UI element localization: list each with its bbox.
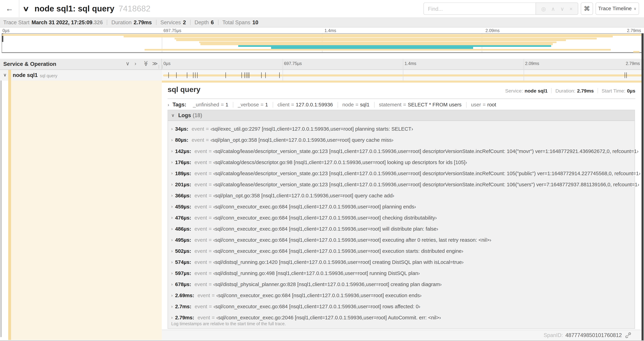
detail-left-column	[11, 81, 162, 340]
span-id-footer: SpanID: 4877749850101760812	[162, 330, 641, 340]
timeline-gridline	[403, 59, 403, 81]
detail-meta-label: Service:	[505, 88, 523, 94]
span-expander-icon[interactable]: ∨	[3, 72, 6, 78]
log-value: ‹sql/plan_opt.go:358 [nsql1,client=127.0…	[210, 137, 394, 143]
chevron-right-icon: ›	[171, 282, 172, 286]
timeline-gridline	[524, 59, 524, 81]
log-equals: =	[208, 181, 212, 187]
chevron-right-icon: ›	[171, 127, 172, 131]
log-equals: =	[208, 226, 212, 232]
log-value: ‹sql/distsql_physical_planner.go:828 [ns…	[213, 281, 442, 287]
chevron-right-icon: ›	[171, 204, 172, 209]
log-key: event	[194, 181, 207, 187]
log-entry-row[interactable]: ›201µs:event=‹sql/catalog/lease/descript…	[168, 179, 634, 190]
back-button[interactable]: ←	[0, 0, 20, 17]
collapse-one-icon[interactable]: ∨	[126, 61, 130, 66]
span-row-name-cell[interactable]: ∨ node sql1 sql query	[0, 70, 162, 81]
expand-one-icon[interactable]: ›	[134, 61, 136, 66]
log-equals: =	[208, 215, 212, 221]
tag-value: 1	[226, 102, 228, 107]
log-value: ‹sql/catalog/lease/descriptor_version_st…	[213, 170, 640, 176]
expand-all-icon[interactable]: ≫	[152, 61, 158, 66]
chevron-right-icon: ›	[171, 171, 172, 176]
log-marker-tick	[261, 72, 262, 78]
tag-value: 1	[265, 102, 268, 107]
log-timestamp: 486µs:	[175, 226, 191, 232]
log-entry-row[interactable]: ›495µs:event=‹sql/conn_executor_exec.go:…	[168, 234, 634, 245]
log-marker-tick	[193, 72, 193, 78]
log-key: event	[194, 248, 207, 254]
tag-item: user=root	[471, 102, 496, 107]
timeline-gridline	[282, 59, 283, 81]
locate-icon[interactable]: ◎	[541, 6, 546, 11]
chevron-down-icon: ∨	[634, 7, 636, 11]
tags-label[interactable]: Tags:	[172, 102, 186, 108]
log-entry-row[interactable]: ›574µs:event=‹sql/distsql_running.go:142…	[168, 256, 634, 267]
collapse-trace-header-button[interactable]: ∨	[23, 0, 28, 17]
log-marker-tick	[197, 72, 198, 78]
log-value: ‹sql/distsql_running.go:498 [nsql1,clien…	[213, 270, 420, 276]
prev-result-icon[interactable]: ∧	[551, 6, 555, 11]
search-input[interactable]	[424, 3, 536, 15]
log-key: event	[194, 259, 207, 265]
chevron-right-icon: ›	[171, 249, 172, 253]
trace-minimap[interactable]	[2, 33, 642, 53]
detail-meta-value: 2.79ms	[577, 88, 594, 94]
log-equals: =	[208, 170, 212, 176]
keyboard-shortcuts-button[interactable]: ⌘	[581, 3, 593, 15]
log-entry-row[interactable]: ›142µs:event=‹sql/catalog/lease/descript…	[168, 146, 634, 157]
tag-equals: =	[221, 102, 224, 107]
log-key: event	[192, 126, 204, 132]
column-resize-grip[interactable]: ❘❘	[157, 65, 164, 69]
log-equals: =	[212, 315, 215, 320]
tag-equals: =	[291, 102, 294, 107]
log-entry-row[interactable]: ›476µs:event=‹sql/conn_executor_exec.go:…	[168, 212, 634, 223]
log-entry-row[interactable]: ›366µs:event=‹sql/plan_opt.go:358 [nsql1…	[168, 190, 634, 201]
trace-title: node sql1: sql query 7418682	[34, 0, 150, 17]
clear-icon[interactable]: ×	[570, 6, 572, 11]
log-key: event	[194, 204, 207, 209]
log-equals: =	[208, 192, 212, 198]
log-equals: =	[209, 303, 212, 309]
log-entry-row[interactable]: ›80µs:event=‹sql/plan_opt.go:358 [nsql1,…	[168, 134, 634, 146]
next-result-icon[interactable]: ∨	[560, 6, 564, 11]
chevron-right-icon: ›	[171, 226, 172, 231]
vertical-scrollbar[interactable]	[642, 33, 644, 340]
log-entry-row[interactable]: ›678µs:event=‹sql/distsql_physical_plann…	[168, 279, 634, 290]
summary-value: 6	[211, 19, 214, 25]
tag-list: _unfinished=1_verbose=1client=127.0.0.1:…	[193, 102, 496, 107]
log-value: ‹sql/exec_util.go:2297 [nsql1,client=127…	[210, 126, 413, 132]
log-entry-row[interactable]: ›2.69ms:event=‹sql/conn_executor_exec.go…	[168, 290, 634, 301]
chevron-right-icon: ›	[171, 182, 172, 187]
log-key: event	[194, 281, 207, 287]
summary-value-suffix: .326	[92, 19, 103, 25]
chevron-right-icon[interactable]: ›	[168, 102, 169, 107]
log-key: event	[194, 170, 207, 176]
log-equals: =	[208, 148, 212, 154]
tag-key: statement	[379, 102, 402, 107]
collapse-all-icon[interactable]: ≫	[144, 61, 149, 66]
log-entry-row[interactable]: ›34µs:event=‹sql/exec_util.go:2297 [nsql…	[168, 123, 634, 134]
log-marker-tick	[626, 72, 627, 78]
minimap-ruler: 0µs697.75µs1.4ms2.09ms2.79ms	[0, 28, 644, 33]
tags-row[interactable]: › Tags: _unfinished=1_verbose=1client=12…	[168, 101, 496, 108]
span-indent-guide	[8, 70, 11, 340]
tag-separator	[338, 102, 338, 107]
log-entry-row[interactable]: ›486µs:event=‹sql/conn_executor_exec.go:…	[168, 223, 634, 234]
log-value: ‹sql/plan_opt.go:358 [nsql1,client=127.0…	[213, 192, 394, 198]
log-entry-row[interactable]: ›176µs:event=‹sql/catalog/descs/descript…	[168, 157, 634, 168]
log-equals: =	[212, 292, 215, 298]
summary-label: Total Spans	[222, 19, 250, 25]
tag-key: user	[471, 102, 481, 107]
link-icon[interactable]	[625, 332, 631, 338]
log-entry-row[interactable]: ›459µs:event=‹sql/conn_executor_exec.go:…	[168, 201, 634, 212]
log-entry-row[interactable]: ›189µs:event=‹sql/catalog/lease/descript…	[168, 168, 634, 179]
trace-view-selector[interactable]: Trace Timeline ∨	[596, 3, 639, 15]
log-marker-tick	[248, 72, 248, 78]
logs-header[interactable]: ∨ Logs (18)	[168, 110, 634, 121]
log-entry-row[interactable]: ›2.7ms:event=‹sql/conn_executor_exec.go:…	[168, 301, 634, 312]
log-key: event	[194, 226, 207, 232]
log-entry-row[interactable]: ›597µs:event=‹sql/distsql_running.go:498…	[168, 267, 634, 279]
log-entry-row[interactable]: ›502µs:event=‹sql/conn_executor_exec.go:…	[168, 245, 634, 256]
log-marker-tick	[265, 72, 266, 78]
